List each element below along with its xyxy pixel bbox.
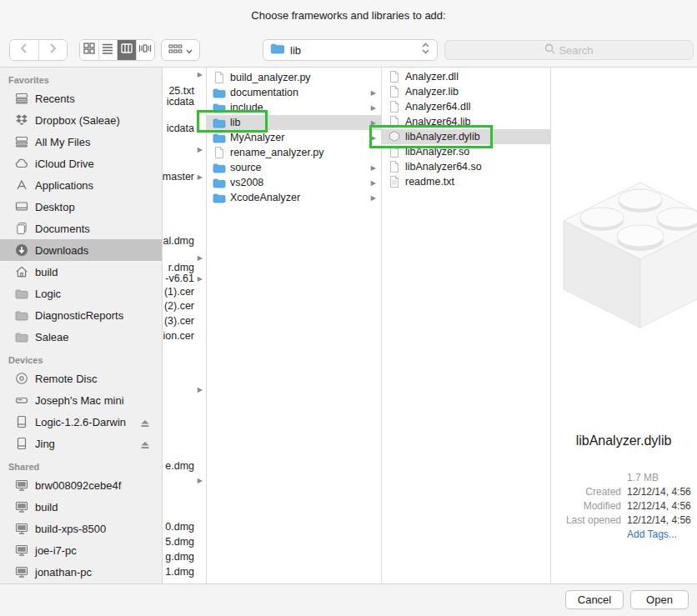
sidebar-item-remote-disc[interactable]: Remote Disc — [0, 368, 162, 389]
file-name: documentation — [230, 87, 298, 98]
folder-blue-icon — [213, 176, 226, 189]
column3-item-analyzer64-dll[interactable]: Analyzer64.dll — [382, 99, 550, 114]
coverflow-view-button[interactable] — [136, 40, 155, 60]
file-lines-icon — [388, 175, 401, 188]
column1-item[interactable]: master — [163, 171, 194, 183]
sidebar-item-desktop[interactable]: Desktop — [0, 196, 162, 218]
column1-item[interactable]: g.dmg — [165, 551, 194, 563]
sidebar-section-header: Shared — [0, 454, 162, 474]
sidebar-item-build[interactable]: build — [0, 496, 162, 518]
column1-item[interactable]: r.dmg — [168, 262, 194, 273]
sidebar-item-label: Applications — [35, 179, 93, 192]
search-placeholder: Search — [559, 44, 593, 57]
list-view-button[interactable] — [98, 40, 118, 60]
sidebar-item-joe-i7-pc[interactable]: joe-i7-pc — [0, 539, 162, 561]
preview-meta-value: 12/12/14, 4:56 — [627, 500, 691, 512]
eject-icon[interactable] — [140, 438, 150, 453]
column1-item[interactable]: al.dmg — [163, 235, 194, 247]
column-view-button[interactable] — [117, 40, 136, 60]
desktop-icon — [15, 200, 28, 213]
column1-item[interactable]: 0.dmg — [165, 521, 194, 533]
sidebar-item-label: Joseph's Mac mini — [35, 394, 124, 407]
file-icon — [213, 71, 226, 84]
column2-item-documentation[interactable]: documentation▶ — [207, 85, 381, 100]
disclosure-arrow-icon: ▶ — [371, 89, 376, 97]
sidebar-item-label: build — [35, 501, 58, 513]
preview-metadata: 1.7 MBCreated12/12/14, 4:56Modified12/12… — [550, 470, 697, 541]
sidebar-item-diagnosticreports[interactable]: DiagnosticReports — [0, 304, 162, 326]
disclosure-arrow-icon: ▶ — [198, 146, 203, 153]
arrange-menu-button[interactable] — [161, 39, 200, 61]
sidebar-item-label: iCloud Drive — [35, 158, 94, 170]
disclosure-arrow-icon: ▶ — [371, 194, 376, 202]
sidebar-item-brw008092cebe4f[interactable]: brw008092cebe4f — [0, 474, 162, 496]
column1-item[interactable]: -v6.61 — [165, 273, 194, 284]
back-button[interactable] — [10, 40, 38, 60]
file-icon — [213, 146, 226, 159]
column2-item-rename-analyzer-py[interactable]: rename_analyzer.py — [207, 145, 381, 160]
sidebar-item-icloud-drive[interactable]: iCloud Drive — [0, 153, 162, 174]
sidebar-section-header: Devices — [0, 348, 162, 368]
file-name: vs2008 — [230, 177, 263, 188]
sidebar-item-saleae[interactable]: Saleae — [0, 326, 162, 348]
sidebar-item-jonathan-pc[interactable]: jonathan-pc — [0, 561, 162, 583]
column1-item[interactable]: 25.txt — [168, 85, 194, 97]
column1-item[interactable]: e.dmg — [165, 460, 194, 472]
file-name: MyAnalyzer — [230, 132, 284, 143]
column2-item-xcodeanalyzer[interactable]: XcodeAnalyzer▶ — [207, 190, 381, 205]
sidebar-item-label: build-xps-8500 — [35, 523, 106, 535]
stack-icon — [15, 92, 28, 105]
sidebar-item-downloads[interactable]: Downloads — [0, 239, 162, 261]
display-icon — [15, 478, 28, 492]
sidebar-item-applications[interactable]: Applications — [0, 174, 162, 196]
preview-meta-value: 12/12/14, 4:56 — [627, 486, 691, 498]
column3-item-analyzer-lib[interactable]: Analyzer.lib — [382, 84, 550, 99]
disclosure-arrow-icon: ▶ — [198, 477, 203, 484]
column3-item-analyzer-dll[interactable]: Analyzer.dll — [382, 69, 550, 84]
column2-item-vs2008[interactable]: vs2008▶ — [207, 175, 381, 190]
disclosure-arrow-icon: ▶ — [198, 71, 203, 78]
search-input[interactable]: Search — [444, 40, 694, 60]
file-name: build_analyzer.py — [230, 72, 311, 83]
sidebar-item-build[interactable]: build — [0, 261, 162, 283]
column1-item[interactable]: icdata — [167, 96, 194, 108]
sidebar-item-dropbox-saleae-[interactable]: Dropbox (Saleae) — [0, 109, 162, 131]
column2-item-source[interactable]: source▶ — [207, 160, 381, 175]
cancel-button[interactable]: Cancel — [565, 590, 624, 609]
open-button[interactable]: Open — [630, 590, 689, 609]
sidebar-item-documents[interactable]: Documents — [0, 218, 162, 239]
icon-view-button[interactable] — [80, 40, 98, 60]
sidebar-item-logic[interactable]: Logic — [0, 283, 162, 304]
column1-item[interactable]: 5.dmg — [165, 536, 194, 548]
eject-icon[interactable] — [140, 416, 150, 431]
sidebar-item-jing[interactable]: Jing — [0, 433, 162, 454]
annotation-highlight-dylib — [369, 125, 493, 148]
dropbox-icon — [15, 113, 28, 127]
add-tags-link[interactable]: Add Tags... — [627, 528, 677, 540]
display-icon — [15, 565, 28, 578]
column1-item[interactable]: (3).cer — [164, 315, 194, 327]
column1-item[interactable]: (1).cer — [164, 286, 194, 298]
disclosure-arrow-icon: ▶ — [198, 386, 203, 393]
column1-item[interactable]: ion.cer — [163, 330, 194, 342]
column1-item[interactable]: (2).cer — [164, 300, 194, 312]
path-popup-button[interactable]: lib — [263, 39, 438, 61]
sidebar-item-recents[interactable]: Recents — [0, 88, 162, 109]
sidebar-item-all-my-files[interactable]: All My Files — [0, 131, 162, 153]
folder-icon — [15, 330, 28, 343]
sidebar-item-build-xps-8500[interactable]: build-xps-8500 — [0, 518, 162, 539]
chevron-left-icon — [20, 43, 28, 58]
list-view-icon — [102, 43, 113, 58]
sidebar-item-label: build — [35, 266, 58, 278]
sidebar-item-joseph-s-mac-mini[interactable]: Joseph's Mac mini — [0, 389, 162, 411]
sidebar-item-logic-1-2-6-darwin[interactable]: Logic-1.2.6-Darwin — [0, 411, 162, 433]
sidebar-item-label: jonathan-pc — [35, 566, 92, 578]
column1-item[interactable]: 1.dmg — [165, 566, 194, 578]
disclosure-arrow-icon: ▶ — [371, 164, 376, 172]
folder-blue-icon — [213, 86, 226, 99]
column2-item-build-analyzer-py[interactable]: build_analyzer.py — [207, 70, 381, 85]
column3-item-libanalyzer64-so[interactable]: libAnalyzer64.so — [382, 159, 550, 174]
forward-button[interactable] — [38, 40, 68, 60]
column1-item[interactable]: icdata — [167, 123, 194, 134]
column3-item-readme-txt[interactable]: readme.txt — [382, 174, 550, 189]
